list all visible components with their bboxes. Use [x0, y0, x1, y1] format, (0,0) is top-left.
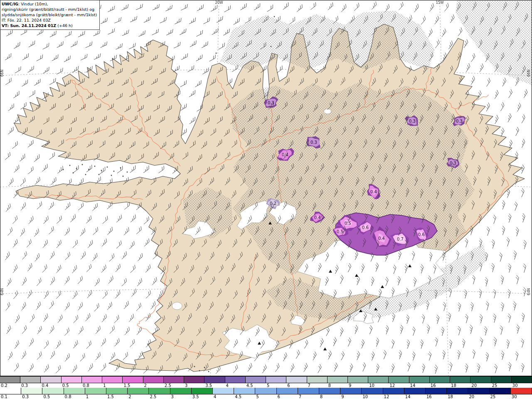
colorbar-cell: [362, 388, 383, 394]
colorbar-tick-label: 10: [368, 383, 374, 388]
precip-value-label: 0.3: [409, 119, 416, 123]
colorbar-cell: [404, 388, 426, 394]
legend-line-product: UWC/IG: Vindur (10m),: [2, 1, 97, 7]
colorbar-cell: [106, 388, 128, 394]
island-speck: [127, 172, 128, 173]
precip-value-label: 0.5: [337, 229, 343, 234]
colorbar-tick-label: 4.5: [246, 383, 253, 388]
init-time: IT: Fös. 22. 11. 2024 03Z: [2, 17, 97, 23]
colorbar-tick-label: 0.5: [42, 394, 50, 399]
island-speck: [208, 371, 209, 372]
colorbar-tick-label: 18: [450, 383, 456, 388]
precip-value-label: 0.4: [314, 215, 321, 220]
precip-value-label: 0.2: [270, 201, 276, 206]
colorbar-tick-label: 0.8: [64, 394, 71, 399]
island-speck: [194, 366, 195, 367]
colorbar-cell: [204, 377, 225, 383]
colorbar-tick-label: 3.5: [192, 394, 199, 399]
precip-value-label: 0.3: [268, 101, 274, 105]
colorbar-tick-label: 3: [184, 383, 187, 388]
legend-line-sleet: slydda/snjókoma (grátt/bleikt/grænt - mm…: [2, 12, 97, 17]
colorbar-cell: [42, 388, 64, 394]
island-speck: [216, 53, 217, 54]
colorbar-tick-label: 18: [447, 394, 453, 399]
lake: [172, 302, 182, 310]
colorbar-cell: [123, 377, 143, 383]
colorbar-tick-label: 20: [470, 383, 477, 388]
rain-colorbar: [0, 388, 532, 394]
longitude-label: 15W: [436, 0, 444, 5]
island-speck: [69, 165, 71, 166]
colorbar-tick-label: 0.3: [20, 383, 28, 388]
colorbar-cell: [447, 388, 468, 394]
colorbar-cell: [368, 377, 389, 383]
precip-value-label: 0.4: [282, 153, 288, 157]
colorbar-tick-label: 0.1: [0, 394, 7, 399]
colorbar-cell: [348, 377, 368, 383]
colorbar-cell: [0, 377, 20, 383]
island-speck: [99, 174, 100, 175]
colorbar-cell: [21, 388, 42, 394]
longitude-label: 20W: [215, 0, 223, 5]
colorbar-tick-label: 7: [298, 394, 301, 399]
colorbar-tick-label: 2.5: [149, 394, 156, 399]
colorbar-cell: [164, 377, 184, 383]
colorbar-tick-label: 12: [383, 394, 389, 399]
colorbar-cell: [143, 377, 164, 383]
colorbar-tick-label: 0.2: [0, 383, 7, 388]
colorbar-tick-label: 4.5: [234, 394, 241, 399]
precip-value-label: 0.3: [310, 140, 317, 145]
map-area: 0.30.30.30.30.40.30.40.20.40.50.60.50.40…: [0, 0, 532, 376]
colorbar-cell: [340, 388, 362, 394]
colorbar-cell: [286, 377, 307, 383]
colorbar-tick-label: 1.5: [123, 383, 130, 388]
weather-chart: 0.30.30.30.30.40.30.40.20.40.50.60.50.40…: [0, 0, 532, 399]
latitude-label: 64N: [527, 288, 531, 295]
colorbar-tick-label: 2: [143, 383, 147, 388]
colorbar-tick-label: 5: [255, 394, 259, 399]
colorbar-tick-label: 3: [170, 394, 174, 399]
colorbar-tick-label: 20: [468, 394, 474, 399]
colorbar-tick-label: 14: [409, 383, 416, 388]
colorbar-cell: [149, 388, 170, 394]
colorbar-cell: [277, 388, 298, 394]
colorbar-tick-label: 16: [430, 383, 436, 388]
colorbar-tick-label: 14: [404, 394, 411, 399]
colorbar-tick-label: 0.8: [82, 383, 89, 388]
colorbar-cell: [225, 377, 246, 383]
colorbar-cell: [512, 377, 532, 383]
island-speck: [111, 175, 112, 176]
colorbar-tick-label: 3.5: [204, 383, 212, 388]
colorbar-cell: [450, 377, 470, 383]
latitude-label: 64N: [0, 288, 4, 295]
colorbar-tick-label: 1: [102, 383, 106, 388]
colorbar-tick-label: 8: [328, 383, 331, 388]
precip-value-label: 0.5: [345, 221, 351, 226]
product-code: UWC/IG: [2, 2, 18, 6]
colorbar-tick-label: 30: [512, 383, 518, 388]
colorbar-tick-label: 10: [362, 394, 368, 399]
colorbar-cell: [128, 388, 149, 394]
colorbar-cell: [409, 377, 430, 383]
colorbar-cell: [328, 377, 348, 383]
rain-colorbar-labels: 0.10.30.50.811.522.533.544.5567891012141…: [0, 394, 532, 399]
colorbar-tick-label: 16: [426, 394, 432, 399]
colorbar-tick-label: 6: [286, 383, 290, 388]
colorbar-cell: [426, 388, 447, 394]
colorbar-tick-label: 2: [128, 394, 131, 399]
colorbar-cell: [192, 388, 213, 394]
precip-value-label: 0.6: [418, 232, 425, 237]
sleet-colorbar: [0, 377, 532, 383]
colorbar-cell: [468, 388, 489, 394]
colorbar-tick-label: 5: [266, 383, 269, 388]
colorbar-tick-label: 9: [348, 383, 351, 388]
colorbar-tick-label: 4: [213, 394, 216, 399]
island-speck: [271, 46, 272, 47]
colorbar-cell: [319, 388, 340, 394]
colorbar-cell: [266, 377, 286, 383]
colorbar-tick-label: 6: [277, 394, 280, 399]
island-speck: [274, 16, 275, 17]
colorbar-cell: [491, 377, 512, 383]
colorbar-cell: [430, 377, 450, 383]
colorbar-tick-label: 4: [225, 383, 229, 388]
